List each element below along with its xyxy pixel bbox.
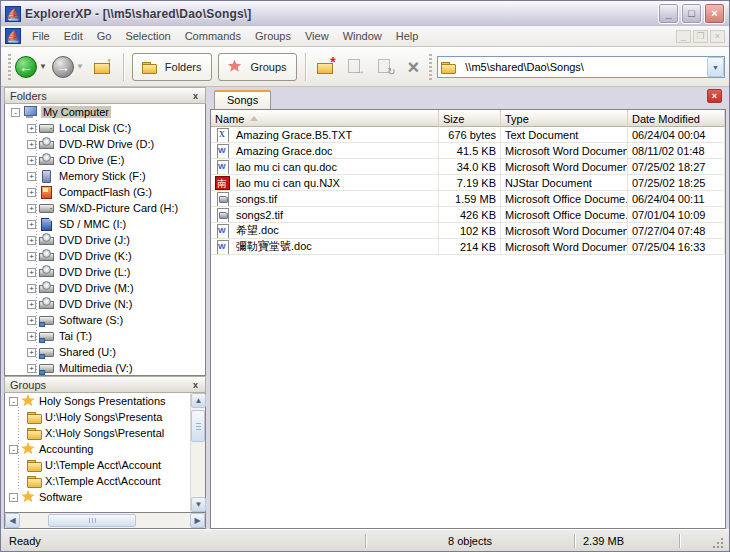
expander-icon[interactable]: -: [11, 108, 20, 117]
menu-item-view[interactable]: View: [298, 27, 336, 45]
title-bar[interactable]: ⛵ ExplorerXP - [\\m5\shared\Dao\Songs\] …: [1, 1, 729, 26]
back-button[interactable]: ←: [15, 56, 37, 78]
expander-icon[interactable]: +: [27, 172, 36, 181]
expander-icon[interactable]: +: [27, 124, 36, 133]
expander-icon[interactable]: +: [27, 188, 36, 197]
expander-icon[interactable]: -: [9, 397, 18, 406]
file-row-lao-mu-ci-can-qu-doc[interactable]: lao mu ci can qu.doc34.0 KBMicrosoft Wor…: [211, 159, 725, 175]
resize-grip[interactable]: [713, 536, 727, 550]
tree-item-dvd-drive-l[interactable]: +DVD Drive (L:): [5, 264, 205, 280]
back-dropdown-arrow-icon[interactable]: ▼: [39, 62, 47, 71]
tree-item-sd-mmc-i[interactable]: +SD / MMC (I:): [5, 216, 205, 232]
group-item-holy-songs-presentations[interactable]: -Holy Songs Presentations: [5, 393, 190, 409]
expander-icon[interactable]: -: [9, 445, 18, 454]
mdi-close-button[interactable]: ×: [710, 30, 725, 43]
toolbar-grip[interactable]: [8, 54, 11, 80]
expander-icon[interactable]: +: [27, 220, 36, 229]
file-name-cell[interactable]: lao mu ci can qu.doc: [211, 159, 439, 174]
address-bar[interactable]: \\m5\shared\Dao\Songs\ ▼: [437, 56, 725, 78]
tree-item-dvd-drive-m[interactable]: +DVD Drive (M:): [5, 280, 205, 296]
file-name-cell[interactable]: songs.tif: [211, 191, 439, 206]
tab-songs[interactable]: Songs: [214, 90, 271, 109]
group-item-u-temple-acct-account[interactable]: U:\Temple Acct\Account: [5, 457, 190, 473]
mdi-minimize-button[interactable]: _: [676, 30, 691, 43]
expander-icon[interactable]: +: [27, 300, 36, 309]
tree-item-shared-u[interactable]: +Shared (U:): [5, 344, 205, 360]
file-name-cell[interactable]: songs2.tif: [211, 207, 439, 222]
file-row-lao-mu-ci-can-qu-njx[interactable]: lao mu ci can qu.NJX7.19 KBNJStar Docume…: [211, 175, 725, 191]
expander-icon[interactable]: +: [27, 140, 36, 149]
file-row-songs2-tif[interactable]: songs2.tif426 KBMicrosoft Office Docume.…: [211, 207, 725, 223]
menu-item-commands[interactable]: Commands: [178, 27, 248, 45]
menu-item-help[interactable]: Help: [389, 27, 426, 45]
file-row-doc[interactable]: 希望.doc102 KBMicrosoft Word Document07/27…: [211, 223, 725, 239]
groups-vertical-scrollbar[interactable]: ▲ ▼: [190, 393, 205, 512]
tree-item-dvd-drive-k[interactable]: +DVD Drive (K:): [5, 248, 205, 264]
menu-item-groups[interactable]: Groups: [248, 27, 298, 45]
vertical-scroll-thumb[interactable]: [191, 410, 205, 442]
address-dropdown-button[interactable]: ▼: [707, 57, 724, 77]
file-name-cell[interactable]: 彌勒寶堂號.doc: [211, 239, 439, 254]
expander-icon[interactable]: +: [27, 316, 36, 325]
expander-icon[interactable]: +: [27, 332, 36, 341]
tree-item-dvd-drive-j[interactable]: +DVD Drive (J:): [5, 232, 205, 248]
expander-icon[interactable]: -: [9, 493, 18, 502]
tree-item-memory-stick-f[interactable]: +Memory Stick (F:): [5, 168, 205, 184]
file-row-amazing-grace-doc[interactable]: Amazing Grace.doc41.5 KBMicrosoft Word D…: [211, 143, 725, 159]
tree-item-dvd-rw-drive-d[interactable]: +DVD-RW Drive (D:): [5, 136, 205, 152]
groups-panel-close-icon[interactable]: x: [191, 380, 200, 390]
column-header-name[interactable]: Name: [211, 110, 439, 127]
expander-icon[interactable]: +: [27, 268, 36, 277]
file-name-cell[interactable]: 希望.doc: [211, 223, 439, 238]
expander-icon[interactable]: +: [27, 252, 36, 261]
group-item-u-holy-songs-presenta[interactable]: U:\Holy Songs\Presenta: [5, 409, 190, 425]
expander-icon[interactable]: +: [27, 284, 36, 293]
mdi-restore-button[interactable]: ❐: [693, 30, 708, 43]
group-item-x-holy-songs-presental[interactable]: X:\Holy Songs\Presental: [5, 425, 190, 441]
minimize-button[interactable]: _: [658, 3, 679, 24]
file-name-cell[interactable]: lao mu ci can qu.NJX: [211, 175, 439, 190]
scroll-down-icon[interactable]: ▼: [191, 497, 206, 512]
menu-item-edit[interactable]: Edit: [57, 27, 90, 45]
folders-toggle-button[interactable]: Folders: [132, 53, 212, 81]
expander-icon[interactable]: +: [27, 156, 36, 165]
forward-dropdown-arrow-icon[interactable]: ▼: [76, 62, 84, 71]
expander-icon[interactable]: +: [27, 348, 36, 357]
horizontal-scroll-thumb[interactable]: [48, 514, 136, 527]
file-name-cell[interactable]: Amazing Grace.B5.TXT: [211, 127, 439, 142]
file-row-songs-tif[interactable]: songs.tif1.59 MBMicrosoft Office Docume.…: [211, 191, 725, 207]
group-item-software[interactable]: -Software: [5, 489, 190, 505]
group-item-x-temple-acct-account[interactable]: X:\Temple Acct\Account: [5, 473, 190, 489]
column-header-size[interactable]: Size: [439, 110, 501, 127]
file-row-doc[interactable]: 彌勒寶堂號.doc214 KBMicrosoft Word Document07…: [211, 239, 725, 255]
scroll-up-icon[interactable]: ▲: [191, 393, 206, 408]
file-name-cell[interactable]: Amazing Grace.doc: [211, 143, 439, 158]
expander-icon[interactable]: +: [27, 364, 36, 373]
address-path[interactable]: \\m5\shared\Dao\Songs\: [459, 61, 707, 73]
tree-item-my-computer[interactable]: -My Computer: [5, 104, 205, 120]
close-button[interactable]: ×: [704, 3, 725, 24]
menu-item-file[interactable]: File: [25, 27, 57, 45]
groups-toggle-button[interactable]: Groups: [218, 53, 297, 81]
column-header-date-modified[interactable]: Date Modified: [628, 110, 725, 127]
tree-item-cd-drive-e[interactable]: +CD Drive (E:): [5, 152, 205, 168]
tree-item-multimedia-v[interactable]: +Multimedia (V:): [5, 360, 205, 376]
menu-item-go[interactable]: Go: [90, 27, 119, 45]
groups-horizontal-scrollbar[interactable]: ◀ ▶: [4, 513, 206, 529]
scroll-left-icon[interactable]: ◀: [5, 513, 20, 528]
scroll-right-icon[interactable]: ▶: [190, 513, 205, 528]
expander-icon[interactable]: +: [27, 236, 36, 245]
menu-item-window[interactable]: Window: [336, 27, 389, 45]
tree-item-sm-xd-picture-card-h[interactable]: +SM/xD-Picture Card (H:): [5, 200, 205, 216]
up-one-level-button[interactable]: [94, 58, 112, 76]
folders-panel-close-icon[interactable]: x: [191, 91, 200, 101]
expander-icon[interactable]: +: [27, 204, 36, 213]
tree-item-local-disk-c[interactable]: +Local Disk (C:): [5, 120, 205, 136]
addressbar-grip[interactable]: [429, 54, 432, 80]
tree-item-tai-t[interactable]: +Tai (T:): [5, 328, 205, 344]
file-row-amazing-grace-b5-txt[interactable]: Amazing Grace.B5.TXT676 bytesText Docume…: [211, 127, 725, 143]
menu-item-selection[interactable]: Selection: [118, 27, 177, 45]
tree-item-software-s[interactable]: +Software (S:): [5, 312, 205, 328]
new-folder-button[interactable]: [317, 58, 335, 76]
column-header-type[interactable]: Type: [501, 110, 628, 127]
